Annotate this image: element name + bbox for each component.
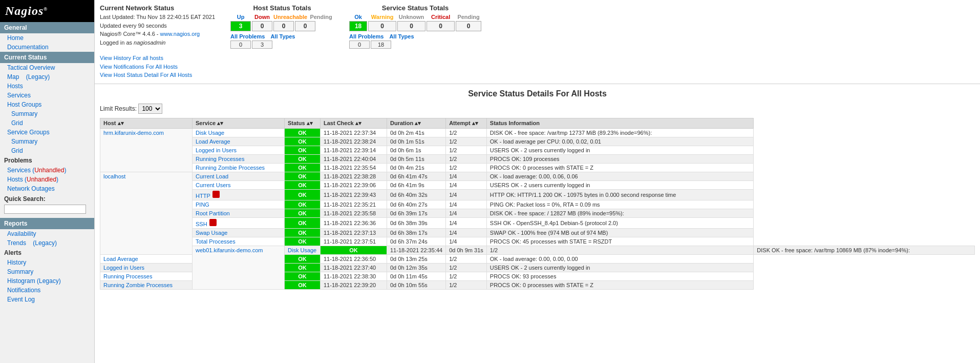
sidebar-item-map[interactable]: Map (Legacy) <box>0 72 94 82</box>
sidebar-item-history[interactable]: History <box>0 258 94 267</box>
sidebar-item-host-groups-grid[interactable]: Grid <box>0 118 94 128</box>
service-table: Host ▴▾ Service ▴▾ Status ▴▾ Last Check … <box>100 118 975 290</box>
service-status-totals-title: Service Status Totals <box>349 4 481 12</box>
service-link[interactable]: Current Users <box>196 182 230 188</box>
service-link[interactable]: Running Zombie Processes <box>103 282 173 288</box>
host-all-problems-link[interactable]: All Problems <box>230 33 265 39</box>
sidebar-item-services[interactable]: Services <box>0 91 94 100</box>
lastcheck-cell: 11-18-2021 22:37:51 <box>321 237 387 246</box>
svc-critical-count[interactable]: 0 <box>427 21 455 31</box>
svc-all-types-link[interactable]: All Types <box>389 33 414 39</box>
sidebar-item-availability[interactable]: Availability <box>0 229 94 238</box>
info-cell: PROCS OK: 109 processes <box>486 154 754 163</box>
sidebar-item-home[interactable]: Home <box>0 33 94 43</box>
duration-cell: 0d 6h 41m 47s <box>387 172 446 180</box>
table-row: Root PartitionOK11-18-2021 22:35:580d 6h… <box>100 209 975 217</box>
table-row: Running Zombie ProcessesOK11-18-2021 22:… <box>100 163 975 172</box>
service-link[interactable]: Disk Usage <box>288 247 316 253</box>
sidebar-item-hosts[interactable]: Hosts <box>0 82 94 91</box>
sidebar-item-host-groups-summary[interactable]: Summary <box>0 109 94 118</box>
host-unreachable-header[interactable]: Unreachable <box>273 14 307 20</box>
svc-problems-count[interactable]: 0 <box>349 41 370 49</box>
sidebar-item-tactical-overview[interactable]: Tactical Overview <box>0 63 94 72</box>
svc-ok-count[interactable]: 18 <box>349 21 367 31</box>
sidebar-item-alerts-summary[interactable]: Summary <box>0 267 94 276</box>
info-cell: OK - load average: 0.00, 0.00, 0.00 <box>486 254 754 263</box>
service-link[interactable]: SSH <box>196 221 207 227</box>
service-cell: Running Zombie Processes <box>193 163 285 172</box>
sidebar-item-service-groups-grid[interactable]: Grid <box>0 146 94 155</box>
sidebar-item-network-outages[interactable]: Network Outages <box>0 184 94 193</box>
service-link[interactable]: Total Processes <box>196 238 236 245</box>
host-types-count[interactable]: 3 <box>252 41 272 49</box>
service-link[interactable]: Disk Usage <box>196 130 224 136</box>
service-link[interactable]: Swap Usage <box>196 230 227 236</box>
sidebar-item-notifications[interactable]: Notifications <box>0 286 94 295</box>
service-link[interactable]: Running Zombie Processes <box>196 165 265 171</box>
sidebar-item-hosts-unhandled[interactable]: Hosts (Unhandled) <box>0 175 94 184</box>
host-all-types-link[interactable]: All Types <box>270 33 295 39</box>
host-up-count[interactable]: 3 <box>230 21 251 31</box>
sidebar-item-services-unhandled[interactable]: Services (Unhandled) <box>0 166 94 175</box>
attempt-cell: 1/2 <box>446 280 487 289</box>
host-down-header[interactable]: Down <box>252 14 272 20</box>
host-problems-count[interactable]: 0 <box>230 41 251 49</box>
service-link[interactable]: Running Processes <box>196 156 244 162</box>
svc-all-problems-link[interactable]: All Problems <box>349 33 384 39</box>
service-link[interactable]: Load Average <box>196 138 230 145</box>
service-link[interactable]: Root Partition <box>196 210 230 216</box>
lastcheck-cell: 11-18-2021 22:38:24 <box>321 137 387 146</box>
limit-results-select[interactable]: 100 50 200 All <box>138 104 162 114</box>
service-link[interactable]: HTTP <box>196 193 210 199</box>
svc-critical-header[interactable]: Critical <box>427 14 455 20</box>
sidebar-item-host-groups[interactable]: Host Groups <box>0 100 94 109</box>
sidebar-item-histogram[interactable]: Histogram (Legacy) <box>0 276 94 286</box>
host-unreachable-count[interactable]: 0 <box>273 21 294 31</box>
svc-types-count[interactable]: 18 <box>371 41 391 49</box>
col-header-status: Status ▴▾ <box>285 118 321 128</box>
host-pending-header[interactable]: Pending <box>308 14 334 20</box>
sidebar-item-service-groups-summary[interactable]: Summary <box>0 137 94 146</box>
logo: Nagios® <box>0 0 94 22</box>
svc-unknown-header[interactable]: Unknown <box>397 14 425 20</box>
svc-warning-header[interactable]: Warning <box>368 14 396 20</box>
host-pending-count[interactable]: 0 <box>295 21 315 31</box>
duration-cell: 0d 0h 10m 55s <box>387 280 446 289</box>
service-link[interactable]: PING <box>196 201 209 208</box>
info-cell: USERS OK - 2 users currently logged in <box>486 180 754 189</box>
nagios-url[interactable]: www.nagios.org <box>160 31 200 37</box>
network-status-line1: Last Updated: Thu Nov 18 22:40:15 EAT 20… <box>100 13 215 22</box>
svc-unknown-count[interactable]: 0 <box>397 21 425 31</box>
view-notifications-link[interactable]: View Notifications For All Hosts <box>100 64 178 70</box>
host-link[interactable]: localhost <box>103 173 125 179</box>
host-link[interactable]: web01.kifarunix-demo.com <box>196 247 263 253</box>
service-link[interactable]: Logged in Users <box>196 147 237 153</box>
svc-warning-count[interactable]: 0 <box>368 21 396 31</box>
svc-pending-header[interactable]: Pending <box>456 14 481 20</box>
attempt-cell: 1/2 <box>446 146 487 154</box>
service-link[interactable]: Current Load <box>196 173 228 179</box>
service-link[interactable]: Running Processes <box>103 273 152 279</box>
duration-cell: 0d 6h 40m 32s <box>387 189 446 200</box>
sidebar-item-service-groups[interactable]: Service Groups <box>0 128 94 137</box>
svc-pending-count[interactable]: 0 <box>456 21 481 31</box>
status-cell: OK <box>285 272 321 280</box>
service-cell: Total Processes <box>193 237 285 246</box>
service-link[interactable]: Load Average <box>103 256 138 262</box>
sidebar-item-trends[interactable]: Trends (Legacy) <box>0 238 94 248</box>
table-row: SSHOK11-18-2021 22:36:360d 6h 38m 39s1/4… <box>100 217 975 228</box>
general-section-header: General <box>0 22 94 33</box>
svc-ok-header[interactable]: Ok <box>349 14 367 20</box>
network-status-title: Current Network Status <box>100 4 215 12</box>
quick-search-input[interactable] <box>4 205 86 214</box>
host-down-count[interactable]: 0 <box>252 21 272 31</box>
sidebar-item-event-log[interactable]: Event Log <box>0 295 94 304</box>
attempt-cell: 1/2 <box>486 246 754 254</box>
host-up-header[interactable]: Up <box>230 14 251 20</box>
sidebar-item-documentation[interactable]: Documentation <box>0 43 94 52</box>
view-host-status-link[interactable]: View Host Status Detail For All Hosts <box>100 72 192 78</box>
service-link[interactable]: Logged in Users <box>103 265 144 271</box>
status-cell: OK <box>285 209 321 217</box>
host-link[interactable]: hrm.kifarunix-demo.com <box>103 130 164 136</box>
view-history-link[interactable]: View History For all hosts <box>100 55 163 61</box>
